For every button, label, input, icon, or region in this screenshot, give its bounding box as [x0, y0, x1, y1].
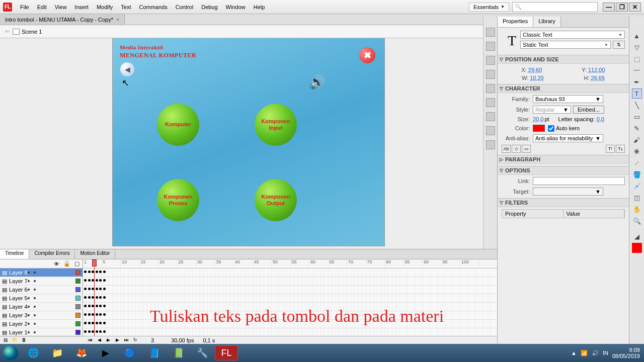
line-tool[interactable]: ╲	[632, 100, 642, 110]
letter-spacing[interactable]: 0,0	[597, 116, 604, 122]
subscript-button[interactable]: T₁	[616, 145, 625, 153]
menu-edit[interactable]: Edit	[33, 2, 51, 12]
menu-debug[interactable]: Debug	[197, 2, 221, 12]
sound-icon[interactable]: 🔊	[309, 74, 325, 90]
eyedropper-tool[interactable]: 💉	[632, 181, 642, 191]
stage-close-button[interactable]: ✖	[359, 47, 375, 63]
dock-icon[interactable]	[486, 42, 495, 51]
link-input[interactable]	[533, 177, 625, 185]
document-tab[interactable]: intro tombol - MENU UTAMA - Copy - Copy*…	[0, 14, 125, 25]
stage[interactable]: Media Interaktif MENGENAL KOMPUTER ◀ ↖ ✖…	[113, 38, 384, 246]
menu-modify[interactable]: Modify	[93, 2, 117, 12]
tab-motion-editor[interactable]: Motion Editor	[75, 249, 115, 259]
menu-text[interactable]: Text	[117, 2, 135, 12]
embed-button[interactable]: Embed...	[573, 106, 604, 114]
pen-tool[interactable]: ✒	[632, 77, 642, 87]
section-options[interactable]: ▽OPTIONS	[498, 166, 629, 175]
paint-bucket-tool[interactable]: 🪣	[632, 169, 642, 179]
section-paragraph[interactable]: ▷PARAGRAPH	[498, 155, 629, 164]
stroke-color[interactable]: ◢	[632, 231, 642, 241]
border-button[interactable]: ▭	[522, 145, 531, 153]
taskbar-app-icon[interactable]: 📗	[167, 345, 190, 360]
tab-compiler-errors[interactable]: Compiler Errors	[29, 249, 75, 259]
outline-icon[interactable]: ▢	[74, 260, 79, 267]
pos-x[interactable]: 29,60	[528, 67, 542, 73]
tab-timeline[interactable]: Timeline	[0, 249, 29, 259]
layer-row[interactable]: ▤Layer 5	[0, 294, 83, 303]
taskbar-ie-icon[interactable]: 🌐	[22, 345, 45, 360]
menu-help[interactable]: Help	[250, 2, 269, 12]
prev-frame-button[interactable]: ◀	[96, 337, 103, 343]
delete-layer-button[interactable]: 🗑	[20, 337, 27, 343]
bone-tool[interactable]: ⟋	[632, 158, 642, 168]
antialias-dropdown[interactable]: Anti-alias for readability▼	[533, 134, 603, 142]
layer-row[interactable]: ▤Layer 2	[0, 320, 83, 328]
dock-icon[interactable]	[486, 98, 495, 107]
pos-h[interactable]: 26,65	[591, 75, 605, 81]
menu-button-komponen-output[interactable]: Komponen Output	[255, 179, 297, 221]
dock-icon[interactable]	[486, 140, 495, 149]
layer-row[interactable]: ▤Layer 3	[0, 311, 83, 320]
font-family-dropdown[interactable]: Bauhaus 93▼	[533, 95, 603, 103]
subselection-tool[interactable]: ▽	[632, 42, 642, 52]
tray-lang[interactable]: IN	[603, 350, 608, 356]
layer-row[interactable]: ▤Layer 1	[0, 328, 83, 337]
layer-row[interactable]: ▤Layer 4	[0, 303, 83, 311]
close-window-button[interactable]: ✕	[629, 3, 641, 12]
eye-icon[interactable]: 👁	[54, 261, 59, 267]
menu-control[interactable]: Control	[172, 2, 197, 12]
lasso-tool[interactable]: 〰	[632, 65, 642, 75]
font-style-dropdown[interactable]: Regular▼	[533, 106, 571, 114]
rectangle-tool[interactable]: ▭	[632, 112, 642, 122]
text-mode-dropdown[interactable]: Static Text▼	[520, 41, 611, 49]
text-type-dropdown[interactable]: Classic Text▼	[520, 31, 625, 39]
brush-tool[interactable]: 🖌	[632, 135, 642, 145]
zoom-tool[interactable]: 🔍	[632, 216, 642, 226]
tray-network-icon[interactable]: 📶	[581, 350, 588, 356]
dock-icon[interactable]	[486, 112, 495, 121]
tray-flag-icon[interactable]: ▲	[571, 350, 577, 356]
taskbar-firefox-icon[interactable]: 🦊	[70, 345, 93, 360]
pos-y[interactable]: 112,00	[588, 67, 605, 73]
taskbar-app-icon[interactable]: 🔧	[191, 345, 214, 360]
loop-button[interactable]: ↻	[132, 337, 139, 343]
search-input[interactable]: 🔍	[512, 2, 598, 12]
selectable-button[interactable]: Ab	[502, 145, 511, 153]
dock-icon[interactable]	[486, 70, 495, 79]
menu-button-komponen-input[interactable]: Komponen Input	[255, 104, 297, 146]
menu-window[interactable]: Window	[222, 2, 250, 12]
scene-back-icon[interactable]: ⇦	[5, 28, 10, 35]
menu-button-komputer[interactable]: Komputer	[157, 104, 199, 146]
section-character[interactable]: ▽CHARACTER	[498, 84, 629, 93]
minimize-button[interactable]: —	[603, 3, 615, 12]
tab-library[interactable]: Library	[533, 17, 561, 27]
taskbar-flash-icon[interactable]: FL	[215, 345, 238, 360]
menu-button-komponen-proses[interactable]: Komponen Proses	[157, 179, 199, 221]
html-button[interactable]: ◇	[512, 145, 521, 153]
eraser-tool[interactable]: ◫	[632, 193, 642, 203]
layer-row[interactable]: ▤Layer 6	[0, 286, 83, 294]
tray-sound-icon[interactable]: 🔊	[592, 350, 599, 356]
section-filters[interactable]: ▽FILTERS	[498, 198, 629, 207]
dock-icon[interactable]	[486, 28, 495, 37]
tab-properties[interactable]: Properties	[498, 17, 533, 27]
new-folder-button[interactable]: 📁	[11, 337, 18, 343]
deco-tool[interactable]: ❋	[632, 146, 642, 156]
layer-row[interactable]: ▤Layer 8	[0, 268, 83, 277]
layer-row[interactable]: ▤Layer 7	[0, 277, 83, 286]
tray-clock[interactable]: 9:0908/05/2019	[612, 347, 640, 359]
fill-color[interactable]	[632, 243, 642, 253]
play-button[interactable]: ▶	[105, 337, 112, 343]
pos-w[interactable]: 10,20	[530, 75, 544, 81]
maximize-button[interactable]: ❐	[616, 3, 628, 12]
text-color-swatch[interactable]	[533, 125, 545, 132]
first-frame-button[interactable]: ⏮	[87, 337, 94, 343]
workspace-dropdown[interactable]: Essentials▼	[469, 3, 509, 12]
new-layer-button[interactable]: ▤	[2, 337, 9, 343]
free-transform-tool[interactable]: ⬚	[632, 54, 642, 64]
menu-view[interactable]: View	[51, 2, 71, 12]
dock-icon[interactable]	[486, 84, 495, 93]
dock-icon[interactable]	[486, 56, 495, 65]
close-tab-icon[interactable]: ×	[116, 17, 119, 23]
dock-icon[interactable]	[486, 126, 495, 135]
